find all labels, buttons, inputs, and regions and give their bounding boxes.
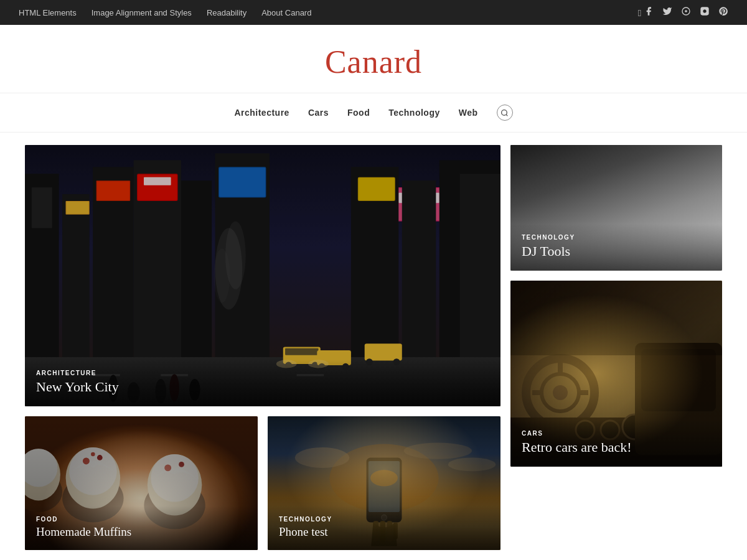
muffins-card-title: Homemade Muffins xyxy=(36,525,247,539)
svg-rect-103 xyxy=(369,461,400,512)
nav-about-canard[interactable]: About Canard xyxy=(261,8,311,17)
svg-point-100 xyxy=(448,457,496,471)
muffins-card-overlay: FOOD Homemade Muffins xyxy=(25,506,258,550)
phone-card-overlay: TECHNOLOGY Phone test xyxy=(268,506,500,550)
svg-point-104 xyxy=(370,470,398,486)
search-button[interactable] xyxy=(497,105,513,121)
facebook-icon[interactable]: 𝍙 xyxy=(638,6,654,19)
social-icons-group: 𝍙 xyxy=(638,6,728,19)
dj-card-title: DJ Tools xyxy=(522,243,711,259)
nav-image-alignment[interactable]: Image Alignment and Styles xyxy=(92,8,192,17)
car-card-category: CARS xyxy=(522,430,711,437)
top-navigation: HTML Elements Image Alignment and Styles… xyxy=(0,0,747,25)
car-card-title: Retro cars are back! xyxy=(522,439,711,455)
svg-rect-78 xyxy=(510,281,722,355)
svg-point-99 xyxy=(404,442,472,459)
svg-rect-102 xyxy=(369,461,400,512)
svg-point-85 xyxy=(97,455,103,460)
nav-technology[interactable]: Technology xyxy=(388,108,440,118)
muffins-card-category: FOOD xyxy=(36,516,247,523)
right-column: TECHNOLOGY DJ Tools xyxy=(510,145,722,550)
top-nav-links: HTML Elements Image Alignment and Styles… xyxy=(19,8,311,17)
svg-point-83 xyxy=(69,447,117,495)
svg-point-94 xyxy=(25,449,57,487)
svg-point-98 xyxy=(295,447,349,468)
featured-card-overlay: ARCHITECTURE New York City xyxy=(25,360,500,406)
svg-point-66 xyxy=(526,358,594,427)
car-card-overlay: CARS Retro cars are back! xyxy=(510,420,722,467)
pinterest-icon[interactable] xyxy=(718,6,728,19)
svg-point-67 xyxy=(542,374,579,411)
nav-architecture[interactable]: Architecture xyxy=(234,108,289,118)
nav-html-elements[interactable]: HTML Elements xyxy=(19,8,77,17)
svg-point-93 xyxy=(25,449,60,500)
site-title[interactable]: Canard xyxy=(0,44,747,80)
svg-rect-77 xyxy=(641,349,716,411)
side-card-dj[interactable]: TECHNOLOGY DJ Tools xyxy=(510,145,722,271)
featured-card-nyc[interactable]: ARCHITECTURE New York City xyxy=(25,145,500,406)
phone-card-category: TECHNOLOGY xyxy=(279,516,489,523)
svg-point-90 xyxy=(164,464,171,471)
bottom-row: FOOD Homemade Muffins xyxy=(25,416,500,550)
content-area: ARCHITECTURE New York City xyxy=(0,133,747,560)
svg-point-97 xyxy=(330,444,439,512)
featured-card-category: ARCHITECTURE xyxy=(36,370,489,376)
svg-line-3 xyxy=(506,114,507,116)
nav-cars[interactable]: Cars xyxy=(308,108,329,118)
featured-card-title: New York City xyxy=(36,379,489,395)
nav-food[interactable]: Food xyxy=(347,108,370,118)
googleplus-icon[interactable] xyxy=(681,6,691,19)
instagram-icon[interactable] xyxy=(700,6,710,19)
side-card-car[interactable]: CARS Retro cars are back! xyxy=(510,281,722,467)
svg-point-2 xyxy=(502,110,507,115)
card-muffins[interactable]: FOOD Homemade Muffins xyxy=(25,416,258,550)
svg-point-71 xyxy=(553,385,568,400)
svg-point-86 xyxy=(91,452,95,457)
svg-point-91 xyxy=(179,462,184,467)
main-navigation: Architecture Cars Food Technology Web xyxy=(0,93,747,133)
nav-readability[interactable]: Readability xyxy=(207,8,247,17)
nav-web[interactable]: Web xyxy=(459,108,478,118)
svg-point-84 xyxy=(83,457,90,464)
twitter-icon[interactable] xyxy=(662,6,672,19)
dj-card-overlay: TECHNOLOGY DJ Tools xyxy=(510,224,722,271)
card-phone[interactable]: TECHNOLOGY Phone test xyxy=(268,416,500,550)
svg-point-82 xyxy=(66,447,120,508)
svg-point-89 xyxy=(151,454,199,502)
dj-card-category: TECHNOLOGY xyxy=(522,234,711,241)
phone-card-title: Phone test xyxy=(279,525,489,539)
site-header: Canard xyxy=(0,25,747,93)
